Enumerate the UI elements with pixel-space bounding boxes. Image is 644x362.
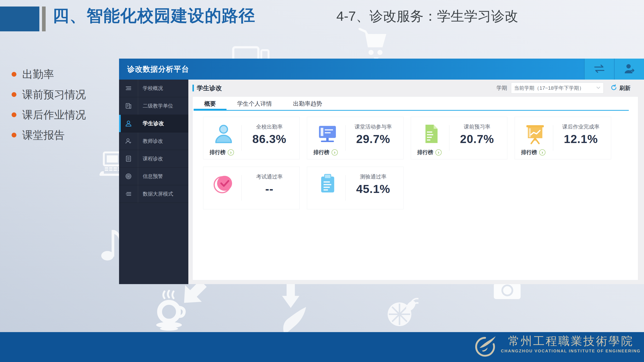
tab-attendance-trend[interactable]: 出勤率趋势 <box>282 97 333 111</box>
monitor-icon <box>316 122 339 146</box>
check-circle-icon <box>212 172 235 196</box>
sidebar-item-label: 二级教学单位 <box>138 103 173 109</box>
sidebar-item-label: 学校概况 <box>138 85 163 92</box>
ranking-label: 排行榜 <box>210 149 226 156</box>
menu-lines-icon <box>119 85 138 92</box>
card-homework-completion: 课后作业完成率 12.1% 排行榜 › <box>514 117 611 160</box>
app-window: 诊改数据分析平台 学校概况 二级教学单位 <box>119 59 644 284</box>
building-icon <box>119 102 138 110</box>
bullet-text: 课前预习情况 <box>22 88 86 102</box>
tab-label: 出勤率趋势 <box>293 100 322 108</box>
course-doc-icon <box>119 155 138 162</box>
card-label: 测验通过率 <box>346 173 401 181</box>
section-accent-bar <box>192 85 194 91</box>
sidebar-item-teaching-units[interactable]: 二级教学单位 <box>119 97 188 115</box>
teacher-icon <box>119 138 138 145</box>
header-buttons <box>584 59 644 80</box>
card-label: 考试通过率 <box>242 173 297 181</box>
watermark-music-note-icon <box>101 225 122 262</box>
sidebar-item-label: 学生诊改 <box>138 120 164 127</box>
bullet-dot <box>12 72 16 77</box>
main-content: 学生诊改 学期 当前学期（17~18学年下学期） 刷新 概要 学生个人详情 出勤… <box>188 80 644 284</box>
watermark-dish-icon <box>386 295 418 329</box>
chevron-right-circle-icon: › <box>228 149 234 156</box>
school-name-cn: 常州工程職業技術學院 <box>508 334 634 348</box>
card-value: 20.7% <box>450 132 505 146</box>
list-item: 出勤率 <box>12 64 86 84</box>
user-logout-icon <box>624 64 635 75</box>
card-exam-pass-rate: 考试通过率 -- <box>203 167 300 209</box>
semester-label: 学期 <box>496 84 507 92</box>
card-label: 课前预习率 <box>450 123 505 131</box>
card-value: 45.1% <box>346 182 401 195</box>
watermark-quill-icon <box>278 306 309 336</box>
sidebar-item-label: 教师诊改 <box>138 138 163 145</box>
bullet-text: 出勤率 <box>22 67 54 82</box>
student-icon <box>119 120 138 127</box>
target-icon <box>119 173 138 180</box>
card-label: 课后作业完成率 <box>553 123 608 131</box>
list-item: 课堂报告 <box>12 125 86 145</box>
sidebar-item-big-screen-mode[interactable]: 数据大屏模式 <box>119 185 188 203</box>
logout-button[interactable] <box>614 59 644 80</box>
sidebar-item-label: 数据大屏模式 <box>138 190 173 197</box>
card-value: 12.1% <box>553 132 608 146</box>
refresh-label: 刷新 <box>619 84 630 92</box>
bullet-text: 课后作业情况 <box>22 108 86 122</box>
ranking-link[interactable]: 排行榜 › <box>314 149 338 156</box>
sidebar-item-teacher-diagnosis[interactable]: 教师诊改 <box>119 132 188 150</box>
swap-button[interactable] <box>584 59 614 80</box>
ranking-label: 排行榜 <box>521 149 537 156</box>
refresh-button[interactable]: 刷新 <box>610 84 630 92</box>
card-value: 86.3% <box>242 132 297 146</box>
card-value: 29.7% <box>346 132 401 146</box>
swap-icon <box>594 64 605 74</box>
sidebar-item-info-warning[interactable]: 信息预警 <box>119 168 188 185</box>
tab-overview[interactable]: 概要 <box>194 97 226 111</box>
tab-label: 学生个人详情 <box>237 100 272 108</box>
chevron-right-circle-icon: › <box>539 149 546 156</box>
toolbar: 学生诊改 学期 当前学期（17~18学年下学期） 刷新 <box>192 82 630 94</box>
chevron-down-icon <box>596 86 600 90</box>
sidebar-item-label: 课程诊改 <box>138 155 163 162</box>
document-icon <box>420 122 443 146</box>
clipboard-icon <box>316 172 339 196</box>
refresh-icon <box>610 84 617 92</box>
stat-cards: 全校出勤率 86.3% 排行榜 › <box>203 117 628 209</box>
watermark-coffee-icon <box>152 290 193 331</box>
tab-label: 概要 <box>204 100 216 108</box>
title-accent-square <box>0 6 39 31</box>
sidebar-item-course-diagnosis[interactable]: 课程诊改 <box>119 150 188 168</box>
ranking-label: 排行榜 <box>314 149 329 156</box>
presentation-chart-icon <box>524 122 547 146</box>
ranking-label: 排行榜 <box>417 149 433 156</box>
bullet-dot <box>12 112 16 117</box>
tab-student-detail[interactable]: 学生个人详情 <box>226 97 282 111</box>
card-class-activity: 课堂活动参与率 29.7% 排行榜 › <box>307 117 404 160</box>
content-panel: 概要 学生个人详情 出勤率趋势 全校出勤率 86.3% <box>192 96 638 280</box>
school-emblem-icon <box>473 334 498 360</box>
bullet-list: 出勤率 课前预习情况 课后作业情况 课堂报告 <box>12 64 86 145</box>
semester-select-value: 当前学期（17~18学年下学期） <box>514 85 584 91</box>
person-icon <box>212 122 235 146</box>
ranking-link[interactable]: 排行榜 › <box>417 149 442 156</box>
app-header: 诊改数据分析平台 <box>119 59 644 80</box>
sidebar-item-school-overview[interactable]: 学校概况 <box>119 80 188 97</box>
ranking-link[interactable]: 排行榜 › <box>210 149 234 156</box>
bullet-dot <box>12 92 16 97</box>
ranking-link[interactable]: 排行榜 › <box>521 149 546 156</box>
card-label: 全校出勤率 <box>242 123 297 131</box>
school-logo: 常州工程職業技術學院 CHANGZHOU VOCATIONAL INSTITUT… <box>473 334 640 360</box>
title-accent-bar <box>42 6 46 31</box>
app-body: 学校概况 二级教学单位 学生诊改 教师诊改 课程诊改 信息预警 <box>119 80 644 284</box>
sidebar-item-student-diagnosis[interactable]: 学生诊改 <box>119 115 188 132</box>
sidebar: 学校概况 二级教学单位 学生诊改 教师诊改 课程诊改 信息预警 <box>119 80 188 284</box>
semester-select[interactable]: 当前学期（17~18学年下学期） <box>511 82 604 94</box>
sidebar-item-label: 信息预警 <box>138 173 163 180</box>
card-preview-rate: 课前预习率 20.7% 排行榜 › <box>411 117 507 160</box>
card-value: -- <box>242 182 297 195</box>
card-label: 课堂活动参与率 <box>346 123 401 131</box>
watermark-cart-icon <box>357 27 389 62</box>
slide-subtitle: 4-7、诊改服务：学生学习诊改 <box>336 7 518 25</box>
app-title: 诊改数据分析平台 <box>127 64 189 74</box>
